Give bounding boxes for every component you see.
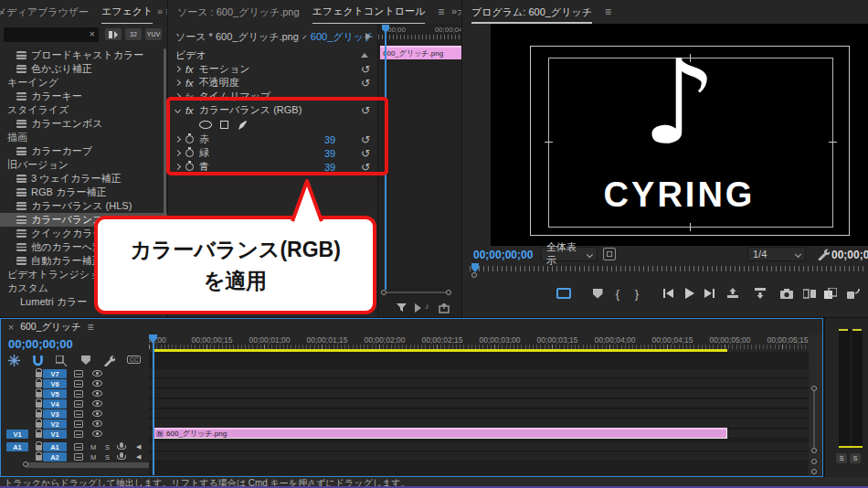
audio-lane-a1[interactable] [149,442,809,451]
settings-wrench-icon[interactable] [817,248,830,260]
extract-button[interactable] [752,286,768,301]
effect-row-opacity[interactable]: fx 不透明度 ↺ [168,76,377,90]
expand-icon[interactable] [175,80,181,86]
program-video-area[interactable]: ♪ CYRING [491,24,868,246]
button-editor-button[interactable] [845,286,862,301]
lock-icon[interactable] [36,412,42,418]
lift-button[interactable] [725,286,741,301]
lock-icon[interactable] [36,432,42,438]
track-header-v2[interactable]: V2 [1,419,148,429]
panel-overflow-icon[interactable]: » [448,5,457,16]
scroll-handle-icon[interactable] [811,459,817,464]
effect-item[interactable]: カラーバランス (HLS) [0,199,167,213]
solo-button[interactable]: S [105,453,110,461]
source-clip-label[interactable]: ソース * 600_グリッチ.png [175,30,299,44]
video-lane[interactable] [149,379,809,388]
timeline-playhead-line[interactable] [153,334,154,475]
tab-effects[interactable]: エフェクト [101,5,153,20]
mute-button[interactable]: M [90,443,96,451]
timeline-timecode[interactable]: 00;00;00;00 [8,337,73,351]
accelerated-effects-filter-button[interactable] [105,28,122,40]
sync-lock-icon[interactable] [74,430,83,438]
lock-icon[interactable] [36,382,42,387]
timeline-tab-label[interactable]: 600_グリッチ [20,321,80,334]
panel-menu-icon[interactable]: ≡ [605,5,611,18]
mini-clip[interactable]: 600_グリッチ.png [380,46,461,59]
voiceover-mic-icon[interactable] [120,452,123,458]
voiceover-mic-icon[interactable] [120,442,123,448]
collapse-icon[interactable] [361,53,368,58]
linked-selection-icon[interactable] [56,355,69,366]
track-header-v5[interactable]: V5 [1,389,148,398]
sync-lock-icon[interactable] [74,380,83,387]
play-clip-icon[interactable] [365,33,371,40]
play-button[interactable] [682,286,698,301]
track-header-v7[interactable]: V7 [1,369,148,378]
mark-in-button[interactable]: { [609,286,626,301]
solo-button[interactable]: S [105,443,110,451]
tab-media-browser[interactable]: メディアブラウザー [0,5,89,19]
scroll-handle-icon[interactable] [811,386,817,391]
track-visibility-icon[interactable] [92,420,102,427]
track-header-v4[interactable]: V4 [1,399,148,408]
track-badge[interactable]: V1 [43,430,67,439]
track-badge[interactable]: A1 [43,442,67,451]
playback-resolution-dropdown[interactable]: 1/4 [747,247,806,261]
track-visibility-icon[interactable] [92,430,102,437]
effect-category[interactable]: キーイング [0,76,167,90]
effect-item[interactable]: 色かぶり補正 [0,62,167,76]
play-audio-icon[interactable] [415,303,421,313]
mark-out-button[interactable]: } [629,286,645,301]
video-lane[interactable] [149,409,809,419]
sync-lock-icon[interactable] [74,443,83,451]
track-badge[interactable]: V3 [43,409,67,419]
filter-properties-icon[interactable] [397,303,408,313]
track-badge[interactable]: V5 [43,389,67,398]
source-patch-badge[interactable]: A1 [6,442,28,451]
step-back-button[interactable] [660,286,676,301]
meter-solo-left-button[interactable]: S [836,453,847,463]
program-title[interactable]: プログラム: 600_グリッチ [471,5,592,19]
mini-hscrollbar[interactable] [384,292,449,293]
video-lane[interactable] [149,399,809,408]
effect-item[interactable]: 3 ウェイカラー補正 [0,172,167,186]
sync-lock-icon[interactable] [74,410,83,418]
track-visibility-icon[interactable] [92,410,102,417]
panel-menu-icon[interactable]: ≡ [87,321,93,334]
32bit-filter-button[interactable]: 32 [125,28,142,40]
track-visibility-icon[interactable] [92,370,102,377]
safe-margins-button[interactable] [556,286,572,301]
lock-icon[interactable] [36,402,42,408]
track-visibility-icon[interactable] [92,380,102,387]
effect-item[interactable]: カラーエンボス [0,117,167,131]
close-tab-icon[interactable]: × [8,322,14,333]
audio-lane-a2[interactable] [149,452,809,461]
track-badge[interactable]: V4 [43,399,67,408]
sync-lock-icon[interactable] [74,370,83,377]
scroll-handle-icon[interactable] [381,290,386,295]
sync-lock-icon[interactable] [74,390,83,398]
scroll-handle-icon[interactable] [23,461,28,467]
track-header-v6[interactable]: V6 [1,379,148,388]
reset-effect-icon[interactable]: ↺ [361,78,370,89]
panel-menu-icon[interactable]: ≡ [165,5,167,18]
track-header-a1[interactable]: A1A1MS◀ [1,442,148,451]
scroll-handle-icon[interactable] [446,290,451,295]
track-badge[interactable]: V6 [43,379,67,388]
lock-icon[interactable] [36,372,42,377]
panel-overflow-icon[interactable]: » [153,5,163,16]
lock-icon[interactable] [36,422,42,428]
mute-button[interactable]: M [90,453,96,461]
track-badge[interactable]: V7 [43,369,67,378]
sync-lock-icon[interactable] [74,420,83,428]
track-header-a2[interactable]: A2MS◀ [1,452,148,461]
mini-ruler-ticks[interactable] [378,35,461,39]
add-marker-button[interactable] [589,286,606,301]
effect-category[interactable]: スタイライズ [0,103,167,117]
speaker-icon[interactable]: ◀ [136,443,141,451]
reset-effect-icon[interactable]: ↺ [361,64,370,75]
speaker-icon[interactable]: ◀ [136,453,141,461]
effect-item[interactable]: カラーキー [0,90,167,103]
multi-camera-button[interactable] [822,286,839,301]
track-visibility-icon[interactable] [92,390,102,397]
